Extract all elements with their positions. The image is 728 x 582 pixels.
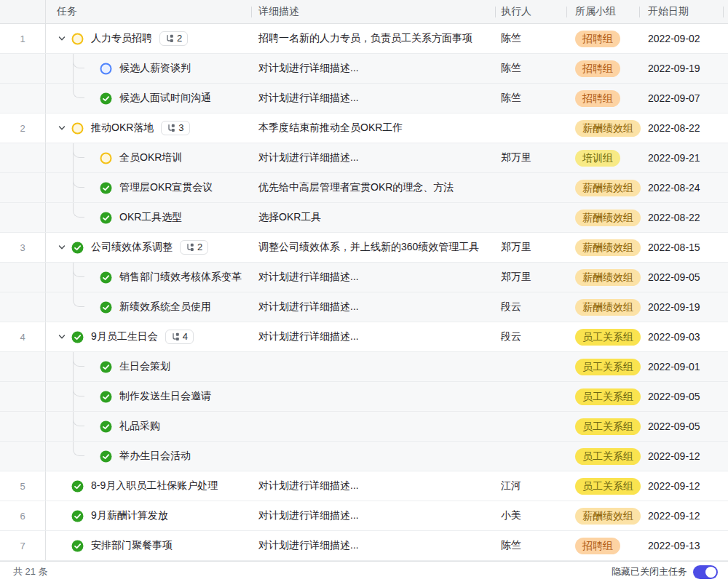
task-cell[interactable]: 人力专员招聘 2 <box>46 24 251 53</box>
start-date-cell[interactable]: 2022-09-21 <box>639 143 723 172</box>
start-date-cell[interactable]: 2022-09-03 <box>639 322 723 351</box>
status-in_progress-icon[interactable] <box>71 33 84 45</box>
description-cell[interactable] <box>251 412 495 441</box>
assignee-cell[interactable] <box>495 352 566 381</box>
status-done-icon[interactable] <box>71 242 84 254</box>
group-cell[interactable]: 薪酬绩效组 <box>566 263 639 292</box>
chevron-down-icon[interactable] <box>57 243 66 252</box>
assignee-cell[interactable]: 陈竺 <box>495 531 566 560</box>
assignee-cell[interactable] <box>495 203 566 232</box>
table-row[interactable]: 制作发送生日会邀请 员工关系组 2022-09-05 <box>0 382 728 412</box>
start-date-cell[interactable]: 2022-08-24 <box>639 173 723 202</box>
start-date-cell[interactable]: 2022-09-12 <box>639 442 723 471</box>
status-done-icon[interactable] <box>100 182 112 194</box>
start-date-cell[interactable]: 2022-09-02 <box>639 24 723 53</box>
group-cell[interactable]: 员工关系组 <box>566 352 639 381</box>
task-cell[interactable]: 8-9月入职员工社保账户处理 <box>46 471 251 501</box>
start-date-cell[interactable]: 2022-09-05 <box>639 263 723 292</box>
status-done-icon[interactable] <box>100 450 112 463</box>
start-date-cell[interactable]: 2022-08-15 <box>639 233 723 262</box>
start-date-cell[interactable]: 2022-09-01 <box>639 352 723 381</box>
description-cell[interactable]: 对计划进行详细描述... <box>251 263 495 292</box>
table-row[interactable]: 1 人力专员招聘 2 招聘一名新的人力专员， <box>0 24 728 54</box>
assignee-cell[interactable]: 段云 <box>495 322 566 351</box>
task-cell[interactable]: 销售部门绩效考核体系变革 <box>46 263 251 292</box>
assignee-cell[interactable]: 陈竺 <box>495 24 566 53</box>
description-cell[interactable]: 优先给中高层管理者宣贯OKR的理念、方法 <box>251 173 495 202</box>
task-cell[interactable]: 候选人面试时间沟通 <box>46 84 251 113</box>
description-cell[interactable]: 对计划进行详细描述... <box>251 501 495 530</box>
table-row[interactable]: 举办生日会活动 员工关系组 2022-09-12 <box>0 442 728 471</box>
assignee-cell[interactable]: 段云 <box>495 292 566 322</box>
group-cell[interactable]: 员工关系组 <box>566 471 639 501</box>
chevron-down-icon[interactable] <box>57 124 66 133</box>
header-assignee[interactable]: 执行人 <box>495 0 566 23</box>
assignee-cell[interactable]: 江河 <box>495 471 566 501</box>
task-cell[interactable]: 举办生日会活动 <box>46 442 251 471</box>
start-date-cell[interactable]: 2022-09-13 <box>639 531 723 560</box>
header-task[interactable]: 任务 <box>46 0 251 23</box>
task-cell[interactable]: 新绩效系统全员使用 <box>46 292 251 322</box>
table-row[interactable]: 2 推动OKR落地 3 本季度结束前推动全员 <box>0 113 728 143</box>
subtask-count-badge[interactable]: 3 <box>161 121 189 135</box>
group-cell[interactable]: 薪酬绩效组 <box>566 501 639 530</box>
description-cell[interactable]: 对计划进行详细描述... <box>251 54 495 83</box>
status-done-icon[interactable] <box>100 301 112 314</box>
table-row[interactable]: 销售部门绩效考核体系变革 对计划进行详细描述... 郑万里 薪酬绩效组 2022… <box>0 263 728 292</box>
table-row[interactable]: 6 9月薪酬计算发放 对计划进行详细描述... 小美 薪酬绩效组 2022-09… <box>0 501 728 531</box>
description-cell[interactable]: 本季度结束前推动全员OKR工作 <box>251 113 495 143</box>
description-cell[interactable]: 对计划进行详细描述... <box>251 84 495 113</box>
status-done-icon[interactable] <box>71 331 84 343</box>
description-cell[interactable]: 选择OKR工具 <box>251 203 495 232</box>
description-cell[interactable]: 对计划进行详细描述... <box>251 471 495 501</box>
table-row[interactable]: 4 9月员工生日会 4 对 <box>0 322 728 352</box>
start-date-cell[interactable]: 2022-09-05 <box>639 412 723 441</box>
group-cell[interactable]: 员工关系组 <box>566 412 639 441</box>
status-done-icon[interactable] <box>71 540 84 552</box>
table-row[interactable]: 5 8-9月入职员工社保账户处理 对计划进行详细描述... 江河 员工关系组 2… <box>0 471 728 501</box>
assignee-cell[interactable] <box>495 442 566 471</box>
status-done-icon[interactable] <box>100 92 112 105</box>
table-row[interactable]: 全员OKR培训 对计划进行详细描述... 郑万里 培训组 2022-09-21 <box>0 143 728 173</box>
group-cell[interactable]: 薪酬绩效组 <box>566 203 639 232</box>
assignee-cell[interactable]: 小美 <box>495 501 566 530</box>
description-cell[interactable] <box>251 442 495 471</box>
subtask-count-badge[interactable]: 2 <box>180 240 208 255</box>
task-cell[interactable]: 9月员工生日会 4 <box>46 322 251 351</box>
description-cell[interactable]: 招聘一名新的人力专员，负责员工关系方面事项 <box>251 24 495 53</box>
table-row[interactable]: 候选人面试时间沟通 对计划进行详细描述... 陈竺 招聘组 2022-09-07 <box>0 84 728 113</box>
group-cell[interactable]: 薪酬绩效组 <box>566 233 639 262</box>
assignee-cell[interactable] <box>495 113 566 143</box>
table-row[interactable]: 7 安排部门聚餐事项 对计划进行详细描述... 陈竺 招聘组 2022-09-1… <box>0 531 728 561</box>
description-cell[interactable]: 对计划进行详细描述... <box>251 143 495 172</box>
status-done-icon[interactable] <box>100 391 112 403</box>
assignee-cell[interactable] <box>495 412 566 441</box>
table-row[interactable]: 新绩效系统全员使用 对计划进行详细描述... 段云 薪酬绩效组 2022-09-… <box>0 292 728 322</box>
task-cell[interactable]: 全员OKR培训 <box>46 143 251 172</box>
status-in_progress-icon[interactable] <box>100 152 112 164</box>
group-cell[interactable]: 员工关系组 <box>566 322 639 351</box>
group-cell[interactable]: 员工关系组 <box>566 382 639 411</box>
subtask-count-badge[interactable]: 4 <box>165 330 194 344</box>
status-done-icon[interactable] <box>100 361 112 373</box>
start-date-cell[interactable]: 2022-08-22 <box>639 203 723 232</box>
group-cell[interactable]: 招聘组 <box>566 84 639 113</box>
task-cell[interactable]: 9月薪酬计算发放 <box>46 501 251 530</box>
group-cell[interactable]: 招聘组 <box>566 24 639 53</box>
status-todo-icon[interactable] <box>100 63 112 75</box>
group-cell[interactable]: 招聘组 <box>566 54 639 83</box>
start-date-cell[interactable]: 2022-09-07 <box>639 84 723 113</box>
task-cell[interactable]: 公司绩效体系调整 2 <box>46 233 251 262</box>
task-cell[interactable]: OKR工具选型 <box>46 203 251 232</box>
group-cell[interactable]: 培训组 <box>566 143 639 172</box>
chevron-down-icon[interactable] <box>57 34 66 44</box>
table-row[interactable]: 生日会策划 员工关系组 2022-09-01 <box>0 352 728 382</box>
start-date-cell[interactable]: 2022-09-12 <box>639 471 723 501</box>
status-done-icon[interactable] <box>100 271 112 284</box>
group-cell[interactable]: 薪酬绩效组 <box>566 113 639 143</box>
start-date-cell[interactable]: 2022-09-12 <box>639 501 723 530</box>
chevron-down-icon[interactable] <box>57 332 66 342</box>
header-start-date[interactable]: 开始日期 <box>639 0 723 23</box>
assignee-cell[interactable]: 郑万里 <box>495 263 566 292</box>
description-cell[interactable]: 对计划进行详细描述... <box>251 531 495 560</box>
